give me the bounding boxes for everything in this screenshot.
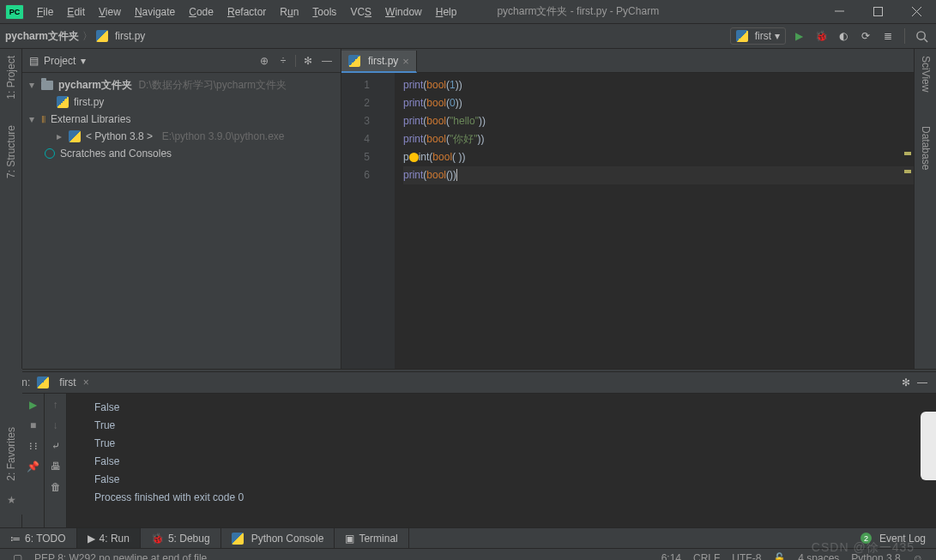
indent-setting[interactable]: 4 spaces [792, 552, 845, 561]
inspection-icon[interactable]: ☺ [907, 552, 929, 561]
layout-button[interactable]: ⫶⫶ [28, 440, 39, 452]
tool-event-log[interactable]: 2Event Log [850, 528, 936, 548]
folder-icon [41, 81, 53, 90]
breadcrumb[interactable]: pycharm文件夹 〉 first.py [5, 29, 145, 44]
close-button[interactable] [897, 0, 936, 24]
hide-panel-button[interactable]: — [917, 376, 927, 388]
code[interactable]: print(bool(1)) print(bool(0)) print(bool… [395, 73, 914, 369]
pin-button[interactable]: 📌 [27, 461, 39, 473]
arrow-down-icon[interactable]: ▾ [29, 79, 39, 91]
breadcrumb-root[interactable]: pycharm文件夹 [5, 29, 79, 44]
print-button[interactable]: 🖶 [51, 461, 61, 473]
main-area: 1: Project 7: Structure ▤ Project ▾ ⊕ ÷ … [0, 49, 936, 369]
collapse-icon[interactable]: ÷ [276, 54, 290, 68]
line-number: 1 [341, 76, 370, 94]
profile-button[interactable]: ⟳ [856, 27, 875, 45]
file-encoding[interactable]: UTF-8 [726, 552, 767, 561]
interpreter[interactable]: Python 3.8 [845, 552, 906, 561]
run-button[interactable]: ▶ [789, 27, 808, 45]
tool-debug[interactable]: 🐞5: Debug [141, 528, 221, 548]
tree-ext-libs[interactable]: ▾ ⫴ External Libraries [22, 111, 341, 128]
python-file-icon [348, 55, 360, 67]
tool-structure[interactable]: 7: Structure [5, 125, 17, 178]
concurrency-button[interactable]: ≣ [879, 27, 897, 45]
quick-panel-icon[interactable]: ▢ [7, 552, 28, 561]
output-line: False [94, 399, 936, 417]
menu-tools[interactable]: Tools [306, 3, 342, 21]
run-config-selector[interactable]: first ▾ [730, 27, 786, 45]
window-title: pycharm文件夹 - first.py - PyCharm [462, 4, 820, 19]
close-icon[interactable]: × [83, 376, 89, 388]
tree-python[interactable]: ▸ < Python 3.8 > E:\python 3.9.0\python.… [22, 128, 341, 145]
menu-navigate[interactable]: Navigate [129, 3, 181, 21]
hide-panel-button[interactable]: — [320, 54, 334, 68]
search-everywhere-button[interactable] [912, 27, 931, 45]
breadcrumb-file[interactable]: first.py [115, 30, 145, 42]
tool-python-console[interactable]: Python Console [221, 528, 335, 548]
menu-view[interactable]: View [93, 3, 127, 21]
caret-position[interactable]: 6:14 [655, 552, 687, 561]
stop-button[interactable]: ■ [30, 419, 36, 431]
run-output[interactable]: False True True False False Process fini… [67, 394, 936, 527]
tree-file[interactable]: first.py [22, 93, 341, 111]
menu-run[interactable]: Run [274, 3, 305, 21]
project-tree[interactable]: ▾ pycharm文件夹 D:\数据分析学习\pycharm文件夹 first.… [22, 73, 341, 166]
panel-title[interactable]: Project [44, 55, 75, 67]
menu-refactor[interactable]: Refactor [221, 3, 272, 21]
side-handle[interactable] [921, 412, 936, 480]
output-line: False [94, 471, 936, 489]
minimize-button[interactable] [820, 0, 859, 24]
line-number: 3 [341, 112, 370, 130]
title-bar: PC File Edit View Navigate Code Refactor… [0, 0, 936, 24]
root-folder-path: D:\数据分析学习\pycharm文件夹 [138, 78, 287, 93]
libraries-icon: ⫴ [41, 113, 45, 125]
tool-favorites[interactable]: 2: Favorites [5, 427, 17, 481]
close-tab-icon[interactable]: × [402, 55, 409, 68]
debug-button[interactable]: 🐞 [812, 27, 830, 45]
project-panel-header: ▤ Project ▾ ⊕ ÷ ✻ — [22, 49, 341, 73]
star-icon[interactable]: ★ [7, 494, 16, 506]
down-icon[interactable]: ↓ [53, 419, 58, 431]
file-name: first.py [74, 96, 104, 108]
locate-icon[interactable]: ⊕ [257, 54, 271, 68]
python-icon [232, 533, 244, 545]
tool-terminal[interactable]: ▣Terminal [335, 528, 408, 548]
editor: first.py × 1 2 3 4 5 6 print(bool(1)) pr… [341, 49, 914, 369]
arrow-right-icon[interactable]: ▸ [57, 130, 67, 142]
output-line: True [94, 435, 936, 453]
menu-edit[interactable]: Edit [61, 3, 91, 21]
menu-vcs[interactable]: VCS [344, 3, 377, 21]
soft-wrap-button[interactable]: ⤶ [51, 440, 60, 452]
tool-todo[interactable]: ≔6: TODO [0, 528, 77, 548]
code-area[interactable]: 1 2 3 4 5 6 print(bool(1)) print(bool(0)… [341, 73, 914, 369]
svg-rect-1 [874, 8, 883, 16]
rerun-button[interactable]: ▶ [29, 399, 37, 411]
tree-root[interactable]: ▾ pycharm文件夹 D:\数据分析学习\pycharm文件夹 [22, 76, 341, 93]
tool-project[interactable]: 1: Project [5, 56, 17, 99]
menu-file[interactable]: File [31, 3, 59, 21]
output-line: True [94, 417, 936, 435]
run-config-tab[interactable]: first [59, 376, 75, 388]
trash-button[interactable]: 🗑 [51, 481, 61, 493]
menu-help[interactable]: Help [430, 3, 463, 21]
bulb-icon[interactable] [409, 153, 419, 162]
scratches-icon [45, 148, 55, 159]
run-config-name: first [755, 30, 771, 42]
maximize-button[interactable] [859, 0, 897, 24]
tool-sciview[interactable]: SciView [920, 56, 932, 92]
output-line: False [94, 453, 936, 471]
settings-icon[interactable]: ✻ [301, 54, 315, 68]
tool-run[interactable]: ▶4: Run [77, 528, 141, 548]
tree-scratches[interactable]: Scratches and Consoles [22, 145, 341, 162]
line-separator[interactable]: CRLF [687, 552, 726, 561]
tool-database[interactable]: Database [920, 126, 932, 170]
readonly-icon[interactable]: 🔓 [767, 552, 792, 561]
up-icon[interactable]: ↑ [53, 399, 58, 411]
arrow-down-icon[interactable]: ▾ [29, 113, 39, 125]
menu-window[interactable]: Window [379, 3, 428, 21]
chevron-down-icon[interactable]: ▾ [81, 55, 86, 67]
coverage-button[interactable]: ◐ [834, 27, 853, 45]
editor-tab[interactable]: first.py × [341, 51, 417, 73]
settings-icon[interactable]: ✻ [902, 376, 910, 388]
menu-code[interactable]: Code [183, 3, 220, 21]
